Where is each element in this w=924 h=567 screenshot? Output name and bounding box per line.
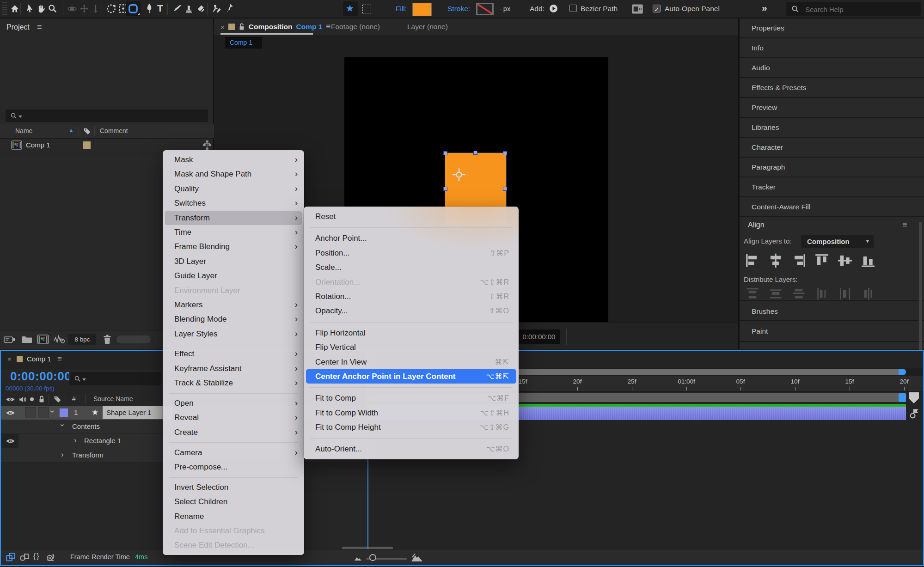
zoom-tool-icon[interactable] (48, 4, 57, 13)
bit-depth-button[interactable]: 8 bpc (68, 334, 96, 345)
submenu-item-flip-horizontal[interactable]: Flip Horizontal (306, 326, 516, 340)
tab-libraries[interactable]: Libraries (740, 118, 924, 138)
time-navigator-end-handle[interactable] (899, 369, 906, 375)
toolbar-drag-handle[interactable] (2, 2, 7, 15)
menu-item-quality[interactable]: Quality› (165, 182, 302, 196)
switch-cell[interactable] (25, 407, 36, 418)
fill-swatch[interactable] (412, 3, 432, 16)
search-help-input[interactable] (804, 3, 917, 15)
submenu-item-fit-to-comp-width[interactable]: Fit to Comp Width⌥⇧⌘H (306, 406, 516, 420)
work-area-end-handle[interactable] (899, 393, 906, 402)
tab-paragraph[interactable]: Paragraph (740, 158, 924, 177)
menu-item-mask[interactable]: Mask› (165, 152, 302, 167)
distribute-bottom-button[interactable] (790, 286, 807, 302)
menu-item-3d-layer[interactable]: 3D Layer (165, 254, 302, 268)
brush-tool-icon[interactable] (172, 3, 182, 14)
menu-item-effect[interactable]: Effect› (165, 347, 302, 361)
panel-toggle-icon[interactable] (631, 4, 643, 14)
align-target-dropdown[interactable]: Composition ▾ (801, 235, 874, 248)
type-tool-icon[interactable]: T (157, 3, 163, 14)
home-icon[interactable] (10, 4, 19, 13)
align-bottom-button[interactable] (860, 252, 876, 269)
tab-paint[interactable]: Paint (740, 321, 924, 342)
comp-name-chip[interactable]: Comp 1 (225, 37, 262, 49)
tab-menu-icon[interactable]: ≡ (326, 22, 330, 31)
new-composition-icon[interactable] (37, 335, 49, 344)
tab-content-aware-fill[interactable]: Content-Aware Fill (740, 197, 924, 217)
stroke-label[interactable]: Stroke: (447, 5, 470, 13)
selection-handle[interactable] (503, 151, 507, 155)
selection-handle[interactable] (503, 187, 507, 191)
submenu-item-rotation[interactable]: Rotation...⇧⌘R (306, 289, 516, 304)
tool-creates-shape-box[interactable]: ★ (343, 1, 358, 16)
align-left-button[interactable] (744, 252, 761, 269)
tab-effects-presets[interactable]: Effects & Presets (740, 78, 924, 98)
menu-item-switches[interactable]: Switches› (165, 196, 302, 210)
zoom-out-mountain-icon[interactable] (354, 555, 362, 561)
submenu-item-center-anchor-point-in-layer-content[interactable]: Center Anchor Point in Layer Content⌥⌘⇱ (306, 369, 516, 384)
roto-brush-tool-icon[interactable] (212, 3, 222, 14)
flowchart-icon[interactable] (202, 140, 212, 150)
stroke-swatch[interactable] (476, 3, 494, 15)
search-help-field[interactable] (786, 2, 921, 16)
menu-item-rename[interactable]: Rename (165, 509, 302, 524)
align-horizontal-center-button[interactable] (767, 252, 784, 269)
close-tab-icon[interactable]: × (7, 355, 12, 363)
label-column-tag-icon[interactable] (83, 127, 92, 135)
expand-layer-chevron-icon[interactable]: › (48, 410, 57, 413)
menu-item-transform[interactable]: Transform› (165, 211, 302, 225)
menu-item-camera[interactable]: Camera› (165, 445, 302, 460)
tool-creates-mask-icon[interactable] (362, 5, 371, 13)
menu-item-keyframe-assistant[interactable]: Keyframe Assistant› (165, 361, 302, 376)
menu-item-pre-compose[interactable]: Pre-compose... (165, 460, 302, 474)
submenu-item-fit-to-comp-height[interactable]: Fit to Comp Height⌥⇧⌘G (306, 420, 516, 434)
submenu-item-fit-to-comp[interactable]: Fit to Comp⌥⌘F (306, 391, 516, 405)
pen-tool-icon[interactable] (145, 3, 154, 14)
column-comment[interactable]: Comment (100, 127, 128, 134)
tab-layer[interactable]: Layer (none) (407, 23, 448, 31)
graph-editor-shapes-icon[interactable] (19, 552, 30, 562)
selection-handle[interactable] (473, 151, 477, 155)
clone-stamp-tool-icon[interactable] (184, 3, 194, 14)
project-settings-icon[interactable] (54, 335, 65, 345)
puppet-pin-tool-icon[interactable] (225, 3, 234, 14)
rotation-tool-icon[interactable] (106, 4, 116, 13)
sort-ascending-icon[interactable]: ▲ (68, 127, 74, 134)
distribute-vertical-center-button[interactable] (767, 286, 784, 302)
comp-marker-bin-icon[interactable] (909, 392, 919, 403)
submenu-item-center-in-view[interactable]: Center In View⌘⇱ (306, 355, 516, 369)
menu-item-select-children[interactable]: Select Children (165, 494, 302, 509)
close-tab-icon[interactable]: × (220, 23, 225, 31)
snail-render-speed-icon[interactable] (45, 552, 56, 562)
align-right-button[interactable] (790, 252, 807, 269)
submenu-item-opacity[interactable]: Opacity...⇧⌘O (306, 304, 516, 318)
distribute-top-button[interactable] (744, 286, 761, 302)
timeline-tab-menu-icon[interactable]: ≡ (57, 354, 62, 364)
selection-handle[interactable] (443, 187, 447, 191)
menu-item-layer-styles[interactable]: Layer Styles› (165, 327, 302, 341)
auto-open-panel-checkbox[interactable]: ✓ (653, 5, 661, 12)
label-color-swatch[interactable] (83, 141, 91, 149)
project-panel-menu-icon[interactable]: ≡ (37, 22, 42, 32)
unlock-icon[interactable] (239, 23, 245, 30)
tab-composition[interactable]: × Composition Comp 1 ≡ (217, 18, 334, 35)
menu-item-markers[interactable]: Markers› (165, 298, 302, 312)
anchor-point-icon[interactable] (451, 167, 467, 183)
bezier-path-checkbox[interactable] (569, 5, 577, 12)
shape-tool-selected-box[interactable] (126, 1, 141, 16)
column-name[interactable]: Name (15, 127, 32, 134)
tab-footage[interactable]: Footage (none) (331, 23, 380, 31)
tab-preview[interactable]: Preview (740, 98, 924, 118)
menu-item-track-stabilize[interactable]: Track & Stabilize› (165, 376, 302, 390)
tab-info[interactable]: Info (740, 38, 924, 58)
fill-label[interactable]: Fill: (396, 5, 407, 13)
expand-chevron-icon[interactable]: › (61, 450, 64, 459)
menu-item-frame-blending[interactable]: Frame Blending› (165, 239, 302, 254)
menu-item-create[interactable]: Create› (165, 425, 302, 439)
expand-layer-switches-icon[interactable] (6, 552, 16, 562)
tab-character[interactable]: Character (740, 138, 924, 158)
source-name-column[interactable]: Source Name (93, 395, 133, 402)
align-top-button[interactable] (814, 252, 830, 269)
dolly-camera-tool-icon[interactable] (92, 4, 100, 13)
hand-tool-icon[interactable] (36, 4, 46, 14)
